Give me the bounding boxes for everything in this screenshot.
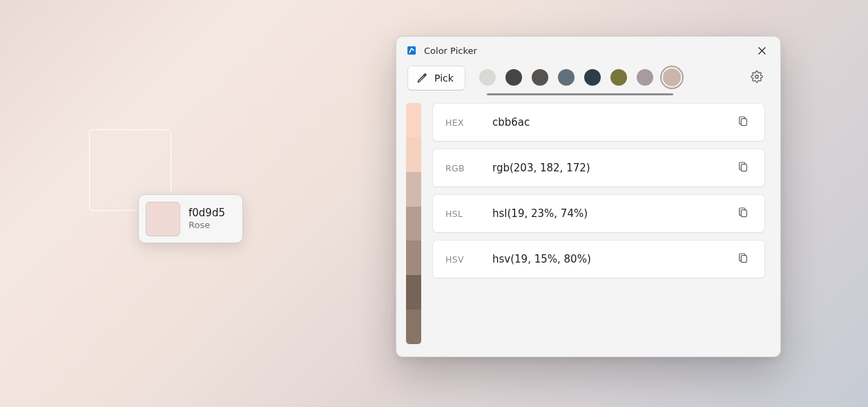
pick-button-label: Pick xyxy=(434,73,454,84)
svg-rect-0 xyxy=(407,46,416,55)
history-swatch[interactable] xyxy=(532,69,548,86)
gear-icon xyxy=(751,70,763,86)
app-icon xyxy=(406,45,417,56)
close-button[interactable] xyxy=(746,39,778,61)
shade-segment[interactable] xyxy=(406,207,421,241)
copy-button[interactable] xyxy=(731,111,755,134)
history-swatch[interactable] xyxy=(505,69,522,86)
svg-point-3 xyxy=(755,75,759,79)
value-text[interactable]: hsv(19, 15%, 80%) xyxy=(492,253,729,265)
value-text[interactable]: hsl(19, 23%, 74%) xyxy=(492,207,729,220)
copy-icon xyxy=(737,252,749,267)
preview-color-name: Rose xyxy=(189,220,225,231)
value-cards-list: HEXcbb6acRGBrgb(203, 182, 172)HSLhsl(19,… xyxy=(432,103,765,344)
shade-segment[interactable] xyxy=(406,275,421,310)
history-swatch[interactable] xyxy=(637,69,653,86)
value-format-label: HEX xyxy=(445,117,490,128)
copy-icon xyxy=(737,206,749,221)
value-format-label: HSV xyxy=(445,254,490,265)
svg-rect-5 xyxy=(741,164,746,171)
history-swatch[interactable] xyxy=(663,68,681,86)
value-format-label: HSL xyxy=(445,209,490,219)
shade-segment[interactable] xyxy=(406,172,421,207)
value-text[interactable]: cbb6ac xyxy=(492,116,729,129)
shade-gradient-strip[interactable] xyxy=(406,103,421,344)
close-icon xyxy=(758,44,766,57)
toolbar: Pick xyxy=(396,64,780,100)
color-picker-body: HEXcbb6acRGBrgb(203, 182, 172)HSLhsl(19,… xyxy=(396,100,780,357)
shade-segment[interactable] xyxy=(406,138,421,172)
value-card: HEXcbb6ac xyxy=(432,103,765,142)
titlebar: Color Picker xyxy=(396,37,780,64)
color-history[interactable] xyxy=(478,66,682,89)
eyedropper-icon xyxy=(416,71,429,86)
history-swatch[interactable] xyxy=(479,69,496,86)
settings-button[interactable] xyxy=(744,66,769,91)
preview-hex-label: f0d9d5 xyxy=(189,207,225,220)
pick-button[interactable]: Pick xyxy=(407,66,465,91)
preview-swatch xyxy=(146,202,180,236)
color-picker-window: Color Picker Pick xyxy=(396,36,781,357)
shade-segment[interactable] xyxy=(406,240,421,275)
copy-icon xyxy=(737,115,749,130)
eyedropper-tooltip: f0d9d5 Rose xyxy=(138,194,243,243)
svg-rect-4 xyxy=(741,119,746,126)
window-title: Color Picker xyxy=(424,46,739,56)
value-text[interactable]: rgb(203, 182, 172) xyxy=(492,162,729,174)
value-format-label: RGB xyxy=(445,163,490,173)
copy-button[interactable] xyxy=(731,156,755,180)
history-wrap xyxy=(478,66,682,91)
shade-segment[interactable] xyxy=(406,103,421,138)
svg-rect-6 xyxy=(741,210,746,217)
copy-icon xyxy=(737,160,749,176)
history-swatch[interactable] xyxy=(610,69,627,86)
copy-button[interactable] xyxy=(731,202,755,225)
history-swatch[interactable] xyxy=(558,69,575,86)
history-swatch[interactable] xyxy=(584,69,601,86)
value-card: RGBrgb(203, 182, 172) xyxy=(432,149,765,187)
shade-segment[interactable] xyxy=(406,310,421,344)
copy-button[interactable] xyxy=(731,247,755,271)
svg-rect-7 xyxy=(741,256,746,263)
value-card: HSVhsv(19, 15%, 80%) xyxy=(432,240,765,278)
history-scrollbar[interactable] xyxy=(487,93,673,95)
value-card: HSLhsl(19, 23%, 74%) xyxy=(432,194,765,233)
